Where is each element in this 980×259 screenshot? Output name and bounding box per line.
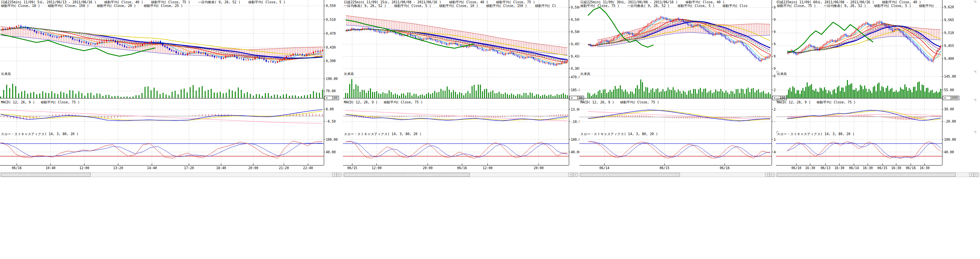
svg-text:9,545: 9,545 xyxy=(571,18,579,21)
svg-text:70.00: 70.00 xyxy=(326,89,336,93)
svg-text:9,365: 9,365 xyxy=(773,67,776,70)
svg-text:9,410: 9,410 xyxy=(571,54,579,58)
panel-header-line2: 一目均衡表( 9, 26, 52 ) 移動平均( Close, 5 ) 移動平均… xyxy=(344,4,556,8)
panel-header-line2: 移動平均( Close, 75 ) 一目均衡表( 9, 26, 52 ) 移動平… xyxy=(580,4,748,8)
svg-text:06/15: 06/15 xyxy=(347,166,357,170)
svg-text:40.00: 40.00 xyxy=(571,150,579,154)
scrollbar-thumb[interactable] xyxy=(344,173,470,177)
svg-text:16:30: 16:30 xyxy=(920,166,929,170)
pane-corner-mark xyxy=(974,71,976,73)
scroll-left-button[interactable]: ◂ xyxy=(765,173,770,177)
scroll-right-button[interactable]: ▸ xyxy=(573,173,578,177)
svg-text:12:00: 12:00 xyxy=(483,166,493,170)
h-scrollbar[interactable]: ◂ ▸ xyxy=(579,173,775,177)
svg-text:9,455: 9,455 xyxy=(571,42,579,46)
h-scrollbar[interactable]: ◂ ▸ xyxy=(343,173,579,177)
svg-text:-10.50: -10.50 xyxy=(571,120,579,123)
svg-text:-6.50: -6.50 xyxy=(326,120,336,123)
svg-text:30.00: 30.00 xyxy=(944,107,954,111)
svg-text:18:40: 18:40 xyxy=(216,166,226,170)
chart-panel-60min: 9,6209,5659,5109,4559,400145.0055.0030.0… xyxy=(776,0,980,185)
macd-section-label: MACD( 12, 26, 9 ) 移動平均( Close, 75 ) xyxy=(580,100,659,105)
chart-canvas-60min[interactable]: 9,6209,5659,5109,4559,400145.0055.0030.0… xyxy=(776,0,980,178)
h-scrollbar[interactable]: ◂ ▸ xyxy=(0,173,342,177)
svg-text:06/16: 06/16 xyxy=(720,166,730,170)
scroll-left-button[interactable]: ◂ xyxy=(568,173,573,177)
svg-text:9,400: 9,400 xyxy=(944,57,954,61)
svg-text:9,550: 9,550 xyxy=(326,4,336,8)
chart-canvas-5min[interactable]: 9,5509,5109,4709,4309,390190.0070.008.00… xyxy=(0,0,343,178)
pane-corner-mark xyxy=(776,1,779,3)
scroll-right-button[interactable]: ▸ xyxy=(770,173,774,177)
svg-text:06/16: 06/16 xyxy=(12,166,22,170)
stoch-section-label: スロー・ストキャスティクス( 14, 3, 80, 20 ) xyxy=(1,132,78,136)
svg-text:06/10: 06/10 xyxy=(791,166,801,170)
scrollbar-thumb[interactable] xyxy=(1,173,91,177)
svg-text:10:40: 10:40 xyxy=(46,166,56,170)
svg-text:-15.00: -15.00 xyxy=(773,120,776,123)
volume-section-label: 出来高 xyxy=(1,72,11,76)
svg-text:9,410: 9,410 xyxy=(773,54,776,58)
scrollbar-thumb[interactable] xyxy=(777,173,956,177)
scroll-left-button[interactable]: ◂ xyxy=(969,173,974,177)
svg-text:9,390: 9,390 xyxy=(326,59,336,63)
svg-text:06/15: 06/15 xyxy=(660,166,670,170)
svg-text:25.00: 25.00 xyxy=(773,108,776,111)
stoch-section-label: スロー・ストキャスティクス( 14, 3, 80, 20 ) xyxy=(344,132,422,136)
panel-header-line1: 日経225mini 11/09( 15分, 2011/06/08 - 2011/… xyxy=(344,0,535,4)
svg-text:9,500: 9,500 xyxy=(773,30,776,34)
svg-text:20:00: 20:00 xyxy=(248,166,258,170)
svg-text:13:20: 13:20 xyxy=(113,166,123,170)
svg-text:55.00: 55.00 xyxy=(944,88,954,92)
svg-text:16:30: 16:30 xyxy=(863,166,873,170)
svg-text:9,620: 9,620 xyxy=(944,5,954,9)
scroll-right-button[interactable]: ▸ xyxy=(974,173,978,177)
chart-panel-5min: 9,5509,5109,4709,4309,390190.0070.008.00… xyxy=(0,0,343,185)
svg-text:16:30: 16:30 xyxy=(891,166,901,170)
svg-text:12:00: 12:00 xyxy=(80,166,89,170)
svg-text:250.00: 250.00 xyxy=(773,88,776,92)
macd-section-label: MACD( 12, 26, 9 ) 移動平均( Close, 75 ) xyxy=(1,100,80,105)
scrollbar-thumb[interactable] xyxy=(580,173,680,177)
svg-text:9,590: 9,590 xyxy=(571,6,579,9)
svg-text:8.00: 8.00 xyxy=(326,107,334,111)
svg-text:9,565: 9,565 xyxy=(944,18,954,22)
svg-text:670.00: 670.00 xyxy=(773,74,776,78)
chart-panel-15min: 9,5909,5459,5009,4559,4109,365470.00185.… xyxy=(343,0,579,185)
svg-text:9,455: 9,455 xyxy=(773,42,776,46)
stoch-section-label: スロー・ストキャスティクス( 14, 3, 80, 20 ) xyxy=(777,132,854,136)
volume-section-label: 出来高 xyxy=(580,72,590,76)
svg-text:16:30: 16:30 xyxy=(805,166,815,170)
svg-text:22:40: 22:40 xyxy=(303,166,313,170)
svg-text:100.00: 100.00 xyxy=(944,138,956,141)
scroll-left-button[interactable]: ◂ xyxy=(332,173,337,177)
panel-header-line1: 日経225mini 11/09( 30分, 2011/06/08 - 2011/… xyxy=(580,0,724,4)
svg-text:470.00: 470.00 xyxy=(571,75,579,79)
svg-text:9,500: 9,500 xyxy=(571,30,579,34)
svg-text:06/16: 06/16 xyxy=(906,166,916,170)
svg-text:9,545: 9,545 xyxy=(773,18,776,21)
svg-text:14:40: 14:40 xyxy=(147,166,157,170)
svg-text:100.00: 100.00 xyxy=(326,138,338,141)
scroll-right-button[interactable]: ▸ xyxy=(337,173,341,177)
chart-canvas-15min[interactable]: 9,5909,5459,5009,4559,4109,365470.00185.… xyxy=(343,0,579,178)
h-scrollbar[interactable]: ◂ ▸ xyxy=(776,173,979,177)
svg-text:17:20: 17:20 xyxy=(184,166,194,170)
pane-corner-mark xyxy=(776,71,779,73)
svg-text:9,430: 9,430 xyxy=(326,46,336,49)
panel-header-line1: 日経225mini 11/09( 5分, 2011/06/13 - 2011/0… xyxy=(1,0,285,4)
svg-text:06/14: 06/14 xyxy=(849,166,859,170)
svg-text:100.00: 100.00 xyxy=(571,138,579,141)
svg-text:190.00: 190.00 xyxy=(326,77,338,81)
chart-canvas-30min[interactable]: 9,5909,5459,5009,4559,4109,365670.00250.… xyxy=(579,0,776,178)
svg-text:13.00: 13.00 xyxy=(571,108,579,111)
svg-text:145.00: 145.00 xyxy=(944,75,956,78)
chart-panel-30min: 9,5909,5459,5009,4559,4109,365670.00250.… xyxy=(579,0,776,185)
pane-corner-mark xyxy=(974,99,976,101)
panel-header-line2: 移動平均( Close, 10 ) 移動平均( Close, 150 ) 移動平… xyxy=(1,4,183,8)
pane-corner-mark xyxy=(776,131,779,133)
svg-text:9,470: 9,470 xyxy=(326,32,336,35)
svg-text:9,510: 9,510 xyxy=(944,31,954,35)
svg-text:9,590: 9,590 xyxy=(773,6,776,9)
svg-text:06/15: 06/15 xyxy=(877,166,887,170)
